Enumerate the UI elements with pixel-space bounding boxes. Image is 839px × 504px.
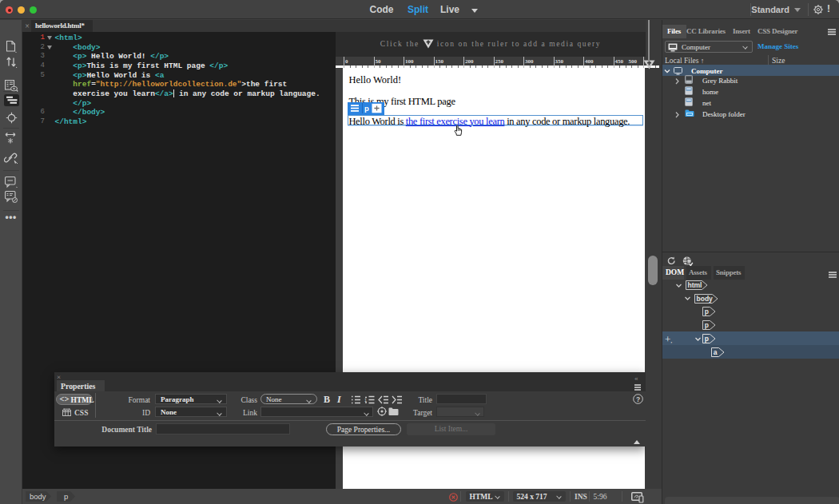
svg-text:body: body — [30, 492, 46, 501]
svg-text:p: p — [364, 104, 369, 113]
svg-text:html: html — [688, 281, 702, 289]
svg-text:a: a — [714, 348, 718, 356]
svg-text:p: p — [705, 308, 709, 315]
svg-text:p: p — [705, 321, 709, 329]
svg-text:1: 1 — [364, 398, 367, 403]
svg-text:p: p — [705, 335, 709, 343]
svg-text:body: body — [697, 295, 714, 303]
svg-text:p: p — [64, 492, 68, 501]
svg-text:?: ? — [636, 395, 640, 403]
